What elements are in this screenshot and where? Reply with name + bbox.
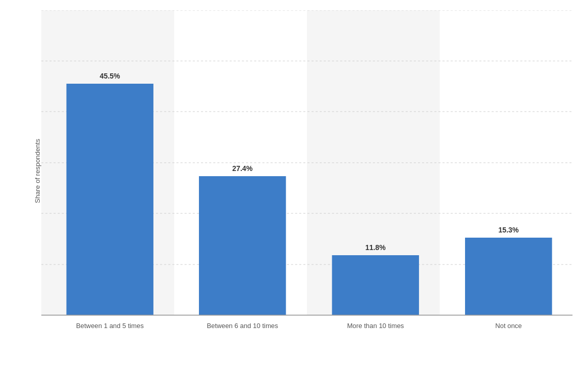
bar-label-4: 15.3% xyxy=(499,226,519,234)
xlabel-2: Between 6 and 10 times xyxy=(207,322,278,330)
bar-label-2: 27.4% xyxy=(233,164,253,173)
xlabel-3: More than 10 times xyxy=(347,322,404,330)
chart-area: 0% 10% 20% 30% 40% 50% 60% 45.5% 27.4% 1… xyxy=(41,10,572,332)
chart-container: 0% 10% 20% 30% 40% 50% 60% 45.5% 27.4% 1… xyxy=(0,0,588,373)
bar-4 xyxy=(465,238,552,315)
xlabel-4: Not once xyxy=(495,322,521,330)
bar-label-1: 45.5% xyxy=(100,72,120,80)
bar-label-3: 11.8% xyxy=(365,243,386,252)
bar-2 xyxy=(199,176,286,315)
bar-1 xyxy=(67,84,153,315)
bar-3 xyxy=(332,255,419,315)
y-axis-label: Share of respondents xyxy=(34,139,41,203)
xlabel-1: Between 1 and 5 times xyxy=(76,322,144,330)
chart-svg: 0% 10% 20% 30% 40% 50% 60% 45.5% 27.4% 1… xyxy=(41,10,572,332)
